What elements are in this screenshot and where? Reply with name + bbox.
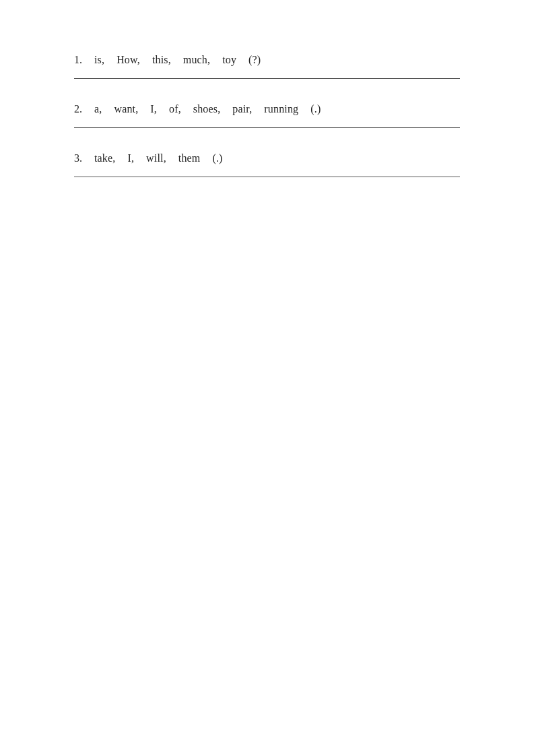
exercise-list: 1.is,How,this,much,toy(?)2.a,want,I,of,s… <box>74 54 460 189</box>
item-number-3: 3. <box>74 152 94 164</box>
word-1-2: this, <box>152 54 171 66</box>
word-1-5: (?) <box>248 54 261 66</box>
item-number-1: 1. <box>74 54 94 66</box>
item-words-3: take,I,will,them(.) <box>94 152 223 164</box>
item-number-2: 2. <box>74 103 94 115</box>
divider-1 <box>74 78 460 79</box>
word-3-4: (.) <box>212 152 222 164</box>
word-2-5: pair, <box>232 103 252 115</box>
word-1-1: How, <box>116 54 140 66</box>
word-3-2: will, <box>146 152 166 164</box>
page: 1.is,How,this,much,toy(?)2.a,want,I,of,s… <box>0 0 534 756</box>
item-line-2: 2.a,want,I,of,shoes,pair,running(.) <box>74 103 460 127</box>
word-2-6: running <box>264 103 298 115</box>
word-2-2: I, <box>150 103 157 115</box>
word-3-3: them <box>178 152 201 164</box>
item-words-1: is,How,this,much,toy(?) <box>94 54 261 66</box>
divider-2 <box>74 127 460 128</box>
divider-3 <box>74 177 460 177</box>
word-3-0: take, <box>94 152 115 164</box>
word-1-0: is, <box>94 54 104 66</box>
word-2-0: a, <box>94 103 102 115</box>
word-2-4: shoes, <box>193 103 221 115</box>
item-line-3: 3.take,I,will,them(.) <box>74 152 460 177</box>
word-1-4: toy <box>222 54 236 66</box>
word-1-3: much, <box>183 54 210 66</box>
item-line-1: 1.is,How,this,much,toy(?) <box>74 54 460 78</box>
word-3-1: I, <box>127 152 134 164</box>
word-2-1: want, <box>114 103 138 115</box>
word-2-3: of, <box>169 103 181 115</box>
exercise-item-3: 3.take,I,will,them(.) <box>74 140 460 189</box>
exercise-item-1: 1.is,How,this,much,toy(?) <box>74 54 460 91</box>
item-words-2: a,want,I,of,shoes,pair,running(.) <box>94 103 321 115</box>
exercise-item-2: 2.a,want,I,of,shoes,pair,running(.) <box>74 91 460 140</box>
word-2-7: (.) <box>310 103 321 115</box>
